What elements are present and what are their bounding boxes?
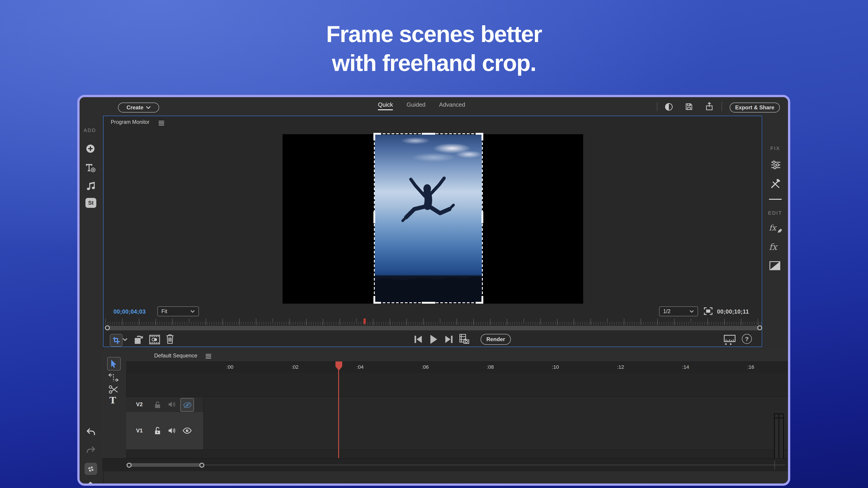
effects-icon[interactable]: fx (769, 242, 777, 252)
track-v1-label: V1 (136, 427, 143, 434)
eye-slash-icon (183, 401, 191, 408)
track-v2-label: V2 (136, 401, 143, 408)
effects-preview-icon[interactable] (149, 335, 160, 344)
track-v2-header: V2 (126, 397, 204, 413)
save-icon[interactable] (685, 103, 693, 111)
playback-quality-value: 1/2 (663, 308, 671, 314)
left-rail: ADD St (80, 116, 103, 484)
crop-handle-top[interactable] (422, 133, 436, 135)
stock-badge-label: St (88, 200, 94, 206)
edit-effects-icon[interactable]: fx (769, 223, 776, 232)
audio-icon[interactable] (168, 427, 176, 434)
timeline-scroll-track[interactable] (126, 464, 785, 465)
zoom-fit-dropdown[interactable]: Fit (157, 306, 199, 316)
track-v2-hidden-toggle[interactable] (180, 398, 194, 412)
crop-marquee[interactable] (374, 133, 483, 303)
top-toolbar: Create Quick Guided Advanced Export & Sh… (80, 97, 788, 116)
crop-tool-button[interactable] (110, 334, 123, 347)
ruler-tick-label: :10 (552, 364, 559, 369)
help-icon[interactable]: ? (742, 334, 752, 344)
unlock-icon[interactable] (154, 427, 161, 435)
add-media-icon[interactable] (86, 144, 95, 154)
delete-icon[interactable] (165, 334, 175, 344)
ruler-tick-label: :04 (357, 364, 364, 369)
crop-handle-top-right[interactable] (475, 133, 483, 140)
dual-monitor-icon[interactable] (724, 334, 736, 345)
zoom-fit-value: Fit (161, 308, 167, 314)
trim-tool-icon[interactable] (108, 373, 119, 382)
marketing-background: Frame scenes better with freehand crop. … (0, 0, 868, 488)
chevron-down-icon (689, 310, 694, 313)
play-button[interactable] (429, 334, 438, 344)
export-share-label: Export & Share (735, 104, 774, 111)
monitor-scrub-ruler[interactable] (105, 319, 762, 325)
share-icon[interactable] (705, 102, 713, 111)
ruler-tick-label: :16 (747, 364, 754, 369)
add-music-icon[interactable] (86, 180, 96, 191)
scrollbar-left-knob[interactable] (105, 325, 110, 330)
tab-quick[interactable]: Quick (378, 101, 393, 110)
contrast-toggle-icon[interactable] (664, 103, 673, 111)
monitor-panel-title: Program Monitor (111, 119, 149, 125)
video-stage (283, 134, 583, 304)
transitions-icon[interactable] (770, 261, 780, 270)
timeline-scroll-thumb[interactable] (129, 463, 202, 467)
create-button[interactable]: Create (118, 103, 159, 112)
chevron-down-icon (190, 310, 195, 313)
crop-handle-top-left[interactable] (373, 133, 381, 140)
redo-icon[interactable] (86, 447, 96, 455)
previous-frame-button[interactable] (414, 335, 423, 344)
mode-tabs: Quick Guided Advanced (378, 101, 465, 110)
snapshot-icon[interactable] (459, 334, 470, 345)
tab-advanced[interactable]: Advanced (439, 101, 465, 110)
crop-handle-bottom-left[interactable] (373, 296, 381, 304)
selection-arrow-icon (111, 360, 117, 368)
timeline-ruler[interactable]: :00 :02 :04 :06 :08 :10 :12 :14 :16 (126, 361, 788, 373)
add-section-label: ADD (84, 127, 96, 133)
mute-icon[interactable] (168, 401, 176, 408)
monitor-panel-menu-icon[interactable] (159, 121, 164, 126)
crop-handle-left[interactable] (373, 212, 375, 223)
text-tool-button[interactable]: T (110, 395, 116, 406)
freehand-crop-tool-icon[interactable] (85, 463, 97, 475)
eye-icon[interactable] (183, 427, 192, 434)
chevron-down-icon (146, 106, 151, 109)
fullscreen-icon[interactable] (704, 307, 712, 315)
rotate-icon[interactable] (133, 334, 145, 345)
help-glyph: ? (745, 335, 749, 342)
adobe-stock-icon[interactable]: St (86, 198, 96, 208)
scrollbar-right-knob[interactable] (757, 325, 762, 330)
crop-handle-bottom-right[interactable] (475, 296, 483, 304)
current-timecode[interactable]: 00;00;04;03 (114, 308, 146, 315)
lock-icon[interactable] (154, 401, 161, 409)
home-icon[interactable] (85, 481, 96, 486)
playback-quality-dropdown[interactable]: 1/2 (659, 306, 698, 316)
crop-handle-right[interactable] (482, 212, 483, 223)
monitor-scrollbar[interactable] (105, 326, 762, 330)
selection-tool-button[interactable] (107, 357, 121, 370)
cut-tool-icon[interactable] (108, 385, 119, 394)
timeline-scroll-right-knob[interactable] (199, 463, 204, 468)
timeline-scroll-left-knob[interactable] (127, 463, 131, 468)
export-share-button[interactable]: Export & Share (730, 103, 780, 112)
tab-guided[interactable]: Guided (406, 101, 426, 110)
sequence-menu-icon[interactable] (206, 354, 211, 359)
undo-icon[interactable] (86, 428, 96, 437)
adjust-sliders-icon[interactable] (770, 160, 781, 170)
ruler-tick-label: :06 (422, 364, 429, 369)
fx-edit-text: fx (769, 223, 776, 232)
track-v1-header: V1 (126, 412, 204, 450)
crop-handle-bottom[interactable] (422, 302, 436, 304)
render-button[interactable]: Render (480, 334, 511, 345)
ruler-tick-label: :02 (291, 364, 299, 369)
ruler-tick-label: :00 (226, 364, 234, 369)
pencil-glyph (777, 228, 782, 233)
sequence-header: Default Sequence (126, 350, 788, 361)
create-button-label: Create (127, 104, 144, 111)
add-text-icon[interactable] (85, 163, 96, 173)
edit-section-label: EDIT (768, 210, 782, 216)
toolbar-divider-right (721, 102, 722, 111)
next-frame-button[interactable] (444, 335, 454, 344)
crop-tool-chevron-icon[interactable] (123, 338, 127, 341)
fix-tools-icon[interactable] (770, 178, 781, 189)
